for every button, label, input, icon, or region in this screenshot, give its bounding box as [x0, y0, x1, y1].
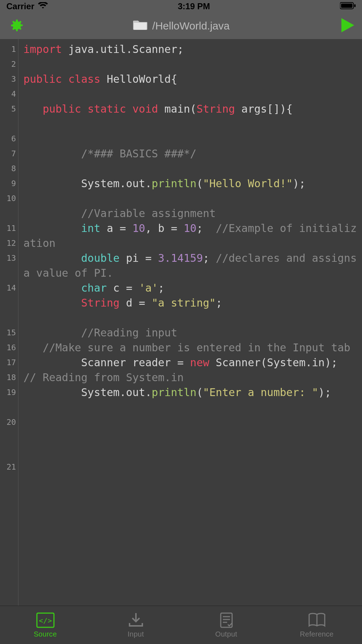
code-content[interactable]: import java.util.Scanner; public class H… — [18, 39, 362, 606]
clock-label: 3:19 PM — [178, 1, 210, 11]
line-number: 14 — [0, 281, 16, 296]
line-number: 2 — [0, 57, 16, 72]
line-number: 16 — [0, 340, 16, 355]
code-line — [23, 57, 357, 72]
code-line: public static void main(String args[]){ — [23, 102, 357, 117]
line-number: 3 — [0, 72, 16, 87]
line-number: 4 — [0, 87, 16, 102]
code-line: //Variable assignment — [23, 206, 357, 221]
line-number: 13 — [0, 251, 16, 266]
code-line: Scanner reader = new Scanner(System.in);… — [23, 355, 357, 385]
code-line: String d = "a string"; — [23, 296, 357, 310]
line-number: 6 — [0, 131, 16, 146]
status-bar: Carrier 3:19 PM — [0, 0, 362, 13]
tab-output[interactable]: Output — [181, 606, 272, 644]
line-number: 12 — [0, 236, 16, 251]
tab-reference[interactable]: Reference — [272, 606, 362, 644]
code-line: System.out.println("Enter a number: "); — [23, 385, 357, 400]
code-line: import java.util.Scanner; — [23, 42, 357, 57]
code-line — [23, 191, 357, 206]
code-line: double pi = 3.14159; //declares and assi… — [23, 251, 357, 281]
battery-icon — [340, 1, 356, 11]
line-number: 8 — [0, 161, 16, 176]
line-number: 1 — [0, 42, 16, 57]
tab-label: Reference — [300, 630, 334, 638]
code-line — [23, 161, 357, 176]
wifi-icon — [38, 1, 48, 11]
line-number: 11 — [0, 221, 16, 236]
toolbar: /HelloWorld.java — [0, 13, 362, 39]
gear-icon[interactable] — [6, 16, 24, 36]
svg-text:</>: </> — [39, 616, 52, 625]
code-line — [23, 131, 357, 146]
line-number: 17 — [0, 355, 16, 370]
tab-source[interactable]: </> Source — [0, 606, 90, 644]
line-number: 10 — [0, 191, 16, 206]
line-number: 7 — [0, 146, 16, 161]
line-number: 9 — [0, 176, 16, 191]
line-gutter: 123456789101112131415161718192021 — [0, 39, 18, 606]
tab-label: Input — [128, 630, 144, 638]
code-line: int a = 10, b = 10; //Example of initial… — [23, 221, 357, 251]
play-icon[interactable] — [339, 17, 356, 35]
line-number: 15 — [0, 325, 16, 340]
line-number: 5 — [0, 102, 16, 117]
code-line: //Reading input — [23, 325, 357, 340]
code-line — [23, 310, 357, 325]
code-line: System.out.println("Hello World!"); — [23, 176, 357, 191]
svg-rect-1 — [341, 4, 352, 8]
code-line: public class HelloWorld{ — [23, 72, 357, 87]
code-line — [23, 117, 357, 131]
folder-icon — [133, 19, 147, 33]
line-number: 20 — [0, 415, 16, 430]
filename-display[interactable]: /HelloWorld.java — [133, 19, 230, 33]
line-number: 18 — [0, 370, 16, 385]
code-line — [23, 87, 357, 102]
code-editor[interactable]: 123456789101112131415161718192021 import… — [0, 39, 362, 606]
tab-bar: </> Source Input Output Reference — [0, 606, 362, 644]
code-line: /*### BASICS ###*/ — [23, 146, 357, 161]
line-number: 21 — [0, 460, 16, 475]
carrier-label: Carrier — [6, 1, 34, 11]
line-number: 19 — [0, 385, 16, 400]
code-line: //Make sure a number is entered in the I… — [23, 340, 357, 355]
filename-label: /HelloWorld.java — [152, 20, 230, 32]
tab-input[interactable]: Input — [90, 606, 181, 644]
tab-label: Output — [215, 630, 237, 638]
tab-label: Source — [34, 630, 57, 638]
code-line: char c = 'a'; — [23, 281, 357, 296]
svg-rect-2 — [354, 4, 356, 7]
